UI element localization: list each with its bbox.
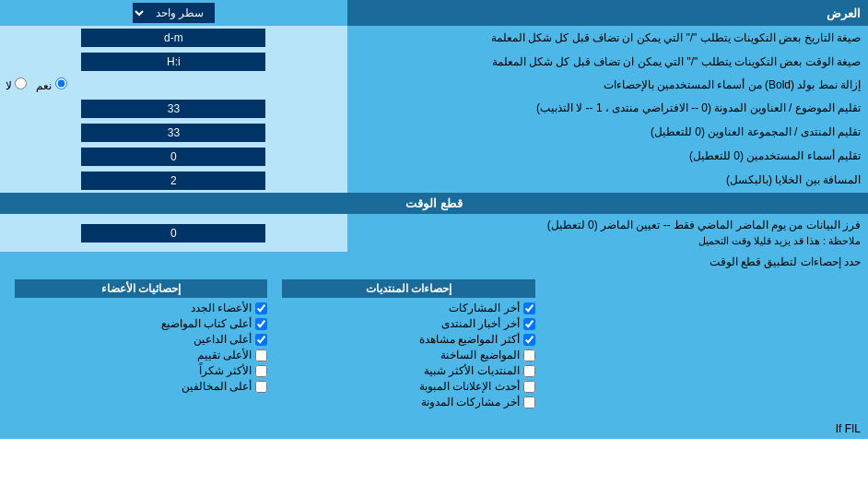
forum-trim-input[interactable]: 33 [81, 124, 265, 142]
cb-latest-classified[interactable] [523, 381, 535, 393]
member-stats-col: إحصائيات الأعضاء الأعضاء الجدد أعلى كتاب… [7, 278, 275, 413]
username-trim-cell[interactable]: 0 [0, 145, 347, 169]
single-line-cell[interactable]: سطر واحد [0, 0, 347, 26]
radio-yes[interactable] [55, 77, 67, 89]
cutoff-section-title: قطع الوقت [0, 193, 868, 214]
cb-latest-classified-label: أحدث الإعلانات المبوبة [419, 380, 520, 393]
date-format-cell[interactable]: d-m [0, 26, 347, 50]
time-format-label: صيغة الوقت بعض التكوينات يتطلب "/" التي … [347, 50, 868, 74]
topic-trim-cell[interactable]: 33 [0, 97, 347, 121]
cb-similar-forums-label: المنتديات الأكثر شبية [424, 364, 520, 377]
forum-trim-cell[interactable]: 33 [0, 121, 347, 145]
topic-trim-label: تقليم الموضوع / العناوين المدونة (0 -- ا… [347, 97, 868, 121]
cb-top-violations[interactable] [255, 381, 267, 393]
cb-top-inviters-label: أعلى الداعين [194, 333, 252, 346]
forum-stats-col: إحصاءات المنتديات أخر المشاركات أخر أخبا… [275, 278, 542, 413]
cb-new-members-label: الأعضاء الجدد [191, 302, 252, 314]
single-line-select[interactable]: سطر واحد [133, 3, 215, 23]
checkbox-item: أخر مشاركات المدونة [282, 396, 534, 408]
checkbox-section: إحصاءات المنتديات أخر المشاركات أخر أخبا… [7, 278, 861, 413]
cb-last-posts[interactable] [523, 302, 535, 314]
cb-hot-topics-label: المواضيع الساخنة [440, 349, 519, 361]
checkbox-item: أعلى المخالفين [15, 380, 267, 393]
cell-spacing-label: المسافة بين الخلايا (بالبكسل) [347, 169, 868, 193]
cb-top-writers-label: أعلى كتاب المواضيع [161, 317, 252, 330]
cb-most-thanks[interactable] [255, 365, 267, 377]
cb-top-rated[interactable] [255, 349, 267, 361]
cb-last-blog-posts-label: أخر مشاركات المدونة [421, 396, 520, 408]
time-format-cell[interactable]: H:i [0, 50, 347, 74]
cb-last-posts-label: أخر المشاركات [449, 302, 519, 314]
cb-top-rated-label: الأعلى تقييم [197, 349, 252, 361]
username-trim-label: تقليم أسماء المستخدمين (0 للتعطيل) [347, 145, 868, 169]
stat-label-col [543, 278, 861, 413]
cb-most-viewed[interactable] [523, 334, 535, 346]
checkbox-item: الأعضاء الجدد [15, 302, 267, 314]
date-format-input[interactable]: d-m [81, 29, 265, 47]
radio-no[interactable] [15, 77, 27, 89]
checkbox-item: أخر المشاركات [282, 302, 534, 314]
cb-hot-topics[interactable] [523, 349, 535, 361]
bold-remove-cell[interactable]: نعم لا [0, 74, 347, 97]
cell-spacing-cell[interactable]: 2 [0, 169, 347, 193]
topic-trim-input[interactable]: 33 [81, 100, 265, 118]
cutoff-days-cell[interactable]: 0 [0, 214, 347, 253]
cb-top-inviters[interactable] [255, 334, 267, 346]
cb-most-thanks-label: الأكثر شكراً [199, 364, 252, 377]
radio-yes-label[interactable]: نعم [36, 77, 66, 92]
checkbox-item: الأكثر شكراً [15, 364, 267, 377]
display-label: العرض [347, 0, 868, 26]
cb-similar-forums[interactable] [523, 365, 535, 377]
cb-top-violations-label: أعلى المخالفين [182, 380, 252, 393]
checkbox-item: أخر أخبار المنتدى [282, 317, 534, 330]
cb-top-writers[interactable] [255, 318, 267, 330]
forum-trim-label: تقليم المنتدى / المجموعة العناوين (0 للت… [347, 121, 868, 145]
checkbox-item: المنتديات الأكثر شبية [282, 364, 534, 377]
cutoff-days-input[interactable]: 0 [81, 224, 265, 243]
checkbox-item: أعلى كتاب المواضيع [15, 317, 267, 330]
checkbox-item: المواضيع الساخنة [282, 349, 534, 361]
bold-remove-label: إزالة نمط بولد (Bold) من أسماء المستخدمي… [347, 74, 868, 97]
cb-last-news-label: أخر أخبار المنتدى [441, 317, 520, 330]
limit-label: حدد إحصاءات لتطبيق قطع الوقت [0, 252, 868, 272]
cb-last-news[interactable] [523, 318, 535, 330]
cutoff-days-label: فرز البيانات من يوم الماضر الماضي فقط --… [347, 214, 868, 253]
username-trim-input[interactable]: 0 [81, 148, 265, 166]
forum-stats-header: إحصاءات المنتديات [282, 279, 534, 298]
checkbox-item: أعلى الداعين [15, 333, 267, 346]
cb-last-blog-posts[interactable] [523, 396, 535, 408]
checkbox-item: أحدث الإعلانات المبوبة [282, 380, 534, 393]
member-stats-header: إحصائيات الأعضاء [15, 279, 267, 298]
cb-most-viewed-label: أكثر المواضيع مشاهدة [419, 333, 520, 346]
if-fil-row: If FIL [0, 419, 868, 439]
checkbox-item: الأعلى تقييم [15, 349, 267, 361]
checkbox-item: أكثر المواضيع مشاهدة [282, 333, 534, 346]
cb-new-members[interactable] [255, 302, 267, 314]
radio-no-label[interactable]: لا [6, 77, 27, 92]
date-format-label: صيغة التاريخ بعض التكوينات يتطلب "/" الت… [347, 26, 868, 50]
time-format-input[interactable]: H:i [81, 53, 265, 71]
cell-spacing-input[interactable]: 2 [81, 172, 265, 190]
